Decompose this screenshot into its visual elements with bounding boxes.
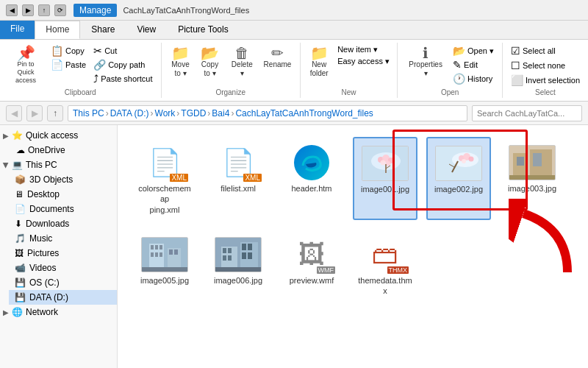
copy-to-button[interactable]: 📂 Copyto ▾	[197, 44, 223, 79]
address-path[interactable]: This PC › DATA (D:) › Work › TGDD › Bai4…	[68, 105, 467, 121]
invert-selection-icon: ⬜	[511, 74, 523, 86]
ribbon-tab-manage[interactable]: Manage	[74, 4, 117, 17]
tab-picture-tools[interactable]: Picture Tools	[167, 21, 239, 39]
back-btn[interactable]: ◀	[6, 4, 18, 16]
select-none-button[interactable]: ☐ Select none	[509, 59, 582, 72]
sidebar-downloads[interactable]: ⬇ Downloads	[9, 216, 117, 231]
sidebar-network[interactable]: ▶ 🌐 Network	[0, 305, 117, 319]
image005-label: image005.jpg	[140, 275, 189, 286]
select-buttons: ☑ Select all ☐ Select none ⬜ Invert sele…	[509, 44, 582, 87]
paste-icon: 📄	[51, 59, 63, 71]
path-tgdd[interactable]: TGDD	[181, 108, 206, 118]
sidebar-documents[interactable]: 📄 Documents	[9, 202, 117, 216]
address-bar: ◀ ▶ ↑ This PC › DATA (D:) › Work › TGDD …	[0, 102, 588, 125]
file-preview[interactable]: 🖼 WMF preview.wmf	[279, 229, 344, 302]
paste-button[interactable]: 📄 Paste	[49, 58, 88, 71]
new-folder-button[interactable]: 📁 Newfolder	[306, 44, 332, 79]
svg-rect-38	[228, 248, 232, 253]
select-all-button[interactable]: ☑ Select all	[509, 44, 582, 57]
sidebar-desktop[interactable]: 🖥 Desktop	[9, 187, 117, 202]
up-btn[interactable]: ↑	[38, 4, 50, 16]
svg-rect-34	[142, 267, 188, 272]
history-button[interactable]: 🕐 History	[451, 72, 496, 85]
sidebar-os-c[interactable]: 💾 OS (C:)	[9, 275, 117, 290]
select-all-icon: ☑	[511, 45, 520, 57]
this-pc-label: This PC	[26, 160, 57, 170]
os-c-label: OS (C:)	[29, 277, 60, 288]
file-image006[interactable]: image006.jpg	[206, 229, 270, 302]
svg-rect-25	[151, 245, 154, 250]
file-image003[interactable]: image003.jpg	[500, 137, 564, 220]
sidebar-quick-access[interactable]: ▶ ⭐ Quick access	[0, 128, 117, 143]
new-item-button[interactable]: New item ▾	[335, 44, 392, 55]
data-d-label: DATA (D:)	[29, 292, 68, 302]
search-input[interactable]	[472, 105, 582, 121]
filelist-icon: 📄 XML	[215, 142, 262, 183]
svg-rect-44	[242, 252, 246, 259]
sidebar-pictures[interactable]: 🖼 Pictures	[9, 246, 117, 261]
path-bai4[interactable]: Bai4	[212, 108, 229, 118]
properties-button[interactable]: ℹ Properties ▾	[404, 44, 448, 79]
svg-rect-22	[509, 175, 556, 180]
preview-icon: 🖼 WMF	[288, 234, 335, 275]
up-button[interactable]: ↑	[47, 105, 63, 121]
tab-home[interactable]: Home	[35, 21, 80, 39]
forward-button[interactable]: ▶	[26, 105, 43, 121]
tab-share[interactable]: Share	[80, 21, 126, 39]
new-small-btns: New item ▾ Easy access ▾	[335, 44, 392, 67]
file-filelist[interactable]: 📄 XML filelist.xml	[206, 137, 270, 220]
network-label: Network	[26, 307, 58, 317]
sidebar-3d-objects[interactable]: 📦 3D Objects	[9, 172, 117, 187]
quick-access-icon: ⭐	[12, 130, 23, 141]
copy-path-icon: 🔗	[93, 59, 106, 71]
sidebar-videos[interactable]: 📹 Videos	[9, 261, 117, 275]
path-work[interactable]: Work	[155, 108, 176, 118]
open-label: Open ▾	[467, 46, 494, 56]
path-folder[interactable]: CachLayTatCaAnhTrongWord_files	[235, 108, 373, 118]
file-themedata[interactable]: 🗃 THMX themedata.thmx	[353, 229, 417, 302]
image001-icon	[362, 143, 409, 184]
sidebar-onedrive[interactable]: ☁ OneDrive	[0, 143, 117, 158]
sidebar-music[interactable]: 🎵 Music	[9, 231, 117, 246]
sidebar-this-pc[interactable]: ▶ 💻 This PC	[0, 158, 117, 172]
copy-button[interactable]: 📋 Copy	[49, 44, 88, 57]
svg-rect-29	[155, 252, 158, 257]
edit-button[interactable]: ✎ Edit	[451, 58, 496, 71]
file-header[interactable]: header.htm	[279, 137, 344, 220]
edit-label: Edit	[464, 60, 478, 69]
path-thispc[interactable]: This PC	[73, 108, 104, 118]
copy-path-button[interactable]: 🔗 Copy path	[91, 58, 154, 71]
music-label: Music	[29, 233, 52, 244]
svg-rect-37	[223, 248, 226, 253]
3d-objects-icon: 📦	[15, 174, 26, 185]
move-to-button[interactable]: 📁 Moveto ▾	[168, 44, 194, 79]
delete-button[interactable]: 🗑 Delete ▾	[226, 44, 259, 79]
image001-label: image001.jpg	[361, 184, 409, 194]
back-button[interactable]: ◀	[6, 105, 22, 121]
ribbon-group-open: ℹ Properties ▾ 📂 Open ▾ ✎ Edit 🕐 History…	[398, 43, 503, 98]
downloads-icon: ⬇	[15, 219, 22, 229]
easy-access-button[interactable]: Easy access ▾	[335, 56, 392, 67]
file-image001[interactable]: image001.jpg	[353, 137, 417, 220]
delete-label: Delete ▾	[229, 60, 256, 78]
image006-icon	[215, 234, 262, 275]
file-colorschememap[interactable]: 📄 XML colorschememapping.xml	[132, 137, 197, 220]
tab-view[interactable]: View	[126, 21, 167, 39]
os-c-icon: 💾	[15, 277, 26, 288]
paste-shortcut-button[interactable]: ⤴ Paste shortcut	[91, 72, 154, 85]
svg-rect-26	[155, 245, 158, 250]
copy-to-icon: 📂	[201, 46, 219, 60]
recent-btn[interactable]: ⟳	[54, 4, 66, 16]
tab-file[interactable]: File	[0, 21, 35, 39]
sidebar-data-d[interactable]: 💾 DATA (D:)	[9, 290, 117, 305]
cut-button[interactable]: ✂ Cut	[91, 44, 154, 57]
open-button[interactable]: 📂 Open ▾	[451, 44, 496, 57]
pin-to-quick-access-button[interactable]: 📌 Pin to Quickaccess	[6, 44, 46, 85]
fwd-btn[interactable]: ▶	[22, 4, 34, 16]
file-image005[interactable]: image005.jpg	[132, 229, 197, 302]
invert-selection-button[interactable]: ⬜ Invert selection	[509, 74, 582, 87]
ribbon-content: 📌 Pin to Quickaccess 📋 Copy 📄 Paste ✂ Cu…	[0, 40, 588, 102]
path-datad[interactable]: DATA (D:)	[110, 108, 149, 118]
rename-button[interactable]: ✏ Rename	[261, 44, 294, 71]
file-image002[interactable]: image002.jpg	[426, 137, 491, 220]
